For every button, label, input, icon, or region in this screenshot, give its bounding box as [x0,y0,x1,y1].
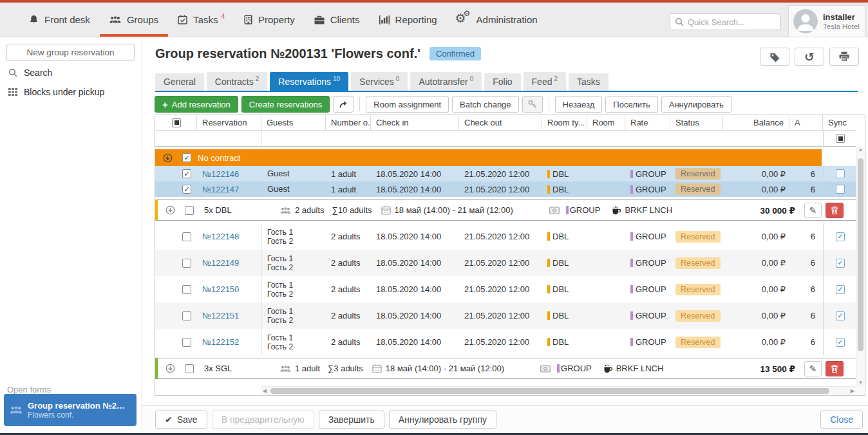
row-select-checkbox[interactable] [182,259,191,268]
column-header-checkout[interactable]: Check out [459,115,542,130]
reservation-row[interactable]: №122149 Гость 1Гость 2 2 adults 18.05.20… [155,250,856,276]
contract-checkbox[interactable] [182,153,191,162]
collapse-group-icon[interactable] [163,153,173,163]
nav-clients[interactable]: Clients [305,3,370,37]
sync-checkbox[interactable] [836,285,845,294]
finish-button[interactable]: Завершить [319,411,384,429]
column-header-num[interactable]: Number o... [326,115,371,130]
scroll-down-arrow[interactable]: ▼ [858,380,863,385]
reservation-row[interactable]: №122148 Гость 1Гость 2 2 adults 18.05.20… [155,223,856,250]
column-header-balance[interactable]: Balance [723,115,789,130]
reservation-row[interactable]: №122146 Guest 1 adult 18.05.2020 14:00 2… [155,166,856,181]
reservation-link[interactable]: №122149 [202,258,239,268]
room-block-row[interactable]: 5x DBL 2 adults ∑10 adults 18 май (14:00… [155,199,856,221]
key-button[interactable] [522,96,543,113]
quick-search-input[interactable] [688,17,775,27]
reservation-link[interactable]: №122146 [202,169,239,179]
tag-button[interactable] [760,48,789,66]
vertical-scrollbar[interactable]: ▲ ▼ [856,147,865,386]
collapse-group-icon[interactable] [165,364,175,373]
tab-services[interactable]: Services0 [351,72,408,91]
scroll-right-arrow[interactable]: ▶ [851,389,854,394]
contract-group-row[interactable]: No contract [155,149,856,166]
horizontal-scrollbar[interactable]: ◀ ▶ [261,386,856,395]
delete-block-button[interactable] [826,361,844,376]
column-header-sel[interactable] [155,115,197,130]
tab-autotransfer[interactable]: Autotransfer0 [410,72,482,91]
row-select-checkbox[interactable] [182,311,191,320]
sync-checkbox[interactable] [836,311,845,320]
nav-property[interactable]: Property [234,3,305,37]
column-header-guests[interactable]: Guests [261,115,326,130]
add-reservation-button[interactable]: +Add reservation [155,96,238,113]
column-header-roomtype[interactable]: Room ty... [542,115,587,130]
tab-feed[interactable]: Feed2 [524,72,566,91]
tab-folio[interactable]: Folio [484,73,520,91]
edit-block-button[interactable]: ✎ [804,203,822,218]
block-checkbox[interactable] [185,364,194,373]
open-form-group-reservation[interactable]: Group reservation №2… Flowers conf. [4,394,137,426]
horizontal-scroll-thumb[interactable] [270,388,829,394]
vertical-scroll-thumb[interactable] [858,158,863,351]
history-button[interactable]: ↺ [795,48,824,66]
reservation-link[interactable]: №122152 [202,337,239,347]
nav-reporting[interactable]: Reporting [370,3,447,37]
room-assignment-button[interactable]: Room assignment [366,96,449,113]
row-select-checkbox[interactable] [182,285,191,294]
row-select-checkbox[interactable] [182,232,191,241]
check-in-button[interactable]: Поселить [605,96,657,113]
reservation-link[interactable]: №122150 [202,284,239,294]
row-select-checkbox[interactable] [182,185,191,194]
forward-button[interactable] [333,96,354,113]
nav-tasks[interactable]: Tasks4 [168,3,234,37]
print-button[interactable] [829,48,859,66]
scroll-up-arrow[interactable]: ▲ [858,147,863,153]
column-header-checkin[interactable]: Check in [371,115,459,130]
sidebar-item-blocks-under-pickup[interactable]: Blocks under pickup [8,87,104,97]
column-header-status[interactable]: Status [670,115,723,130]
nav-administration[interactable]: ⚙⚙ Administration [447,3,547,37]
column-header-rate[interactable]: Rate [625,115,670,130]
column-header-room[interactable]: Room [587,115,625,130]
room-block-row[interactable]: 3x SGL 1 adult ∑3 adults 18 май (14:00) … [155,358,856,379]
batch-change-button[interactable]: Batch change [452,96,519,113]
no-show-button[interactable]: Незаезд [555,96,603,113]
edit-block-button[interactable]: ✎ [804,361,822,376]
reservation-row[interactable]: №122151 Гость 1Гость 2 2 adults 18.05.20… [155,302,856,329]
to-draft-button[interactable]: В предварительную [212,411,314,429]
sync-checkbox[interactable] [836,185,845,194]
annul-group-button[interactable]: Аннулировать группу [389,411,496,429]
reservation-row[interactable]: №122147 Guest 1 adult 18.05.2020 14:00 2… [155,181,856,197]
sync-checkbox[interactable] [836,169,845,178]
block-checkbox[interactable] [185,206,194,215]
scroll-left-arrow[interactable]: ◀ [263,389,267,394]
tab-tasks[interactable]: Tasks [569,73,609,91]
tab-general[interactable]: General [155,73,204,91]
sidebar-item-search[interactable]: Search [8,68,52,78]
tab-contracts[interactable]: Contracts2 [207,72,267,91]
column-header-sync[interactable]: Sync [823,115,857,130]
collapse-group-icon[interactable] [165,205,175,215]
nav-groups[interactable]: Groups [100,3,168,37]
row-select-checkbox[interactable] [182,169,191,178]
sync-checkbox[interactable] [836,259,845,268]
sync-checkbox[interactable] [836,232,845,241]
reservation-link[interactable]: №122151 [202,311,239,320]
create-reservations-button[interactable]: Create reservations [241,96,330,113]
new-group-reservation-button[interactable]: New group reservation [6,44,135,61]
sync-filter-checkbox[interactable] [836,134,845,143]
close-button[interactable]: Close [820,411,863,429]
column-header-a[interactable]: A [789,115,823,130]
annul-button[interactable]: Аннулировать [661,96,731,113]
nav-front-desk[interactable]: Front desk [19,3,100,37]
tab-reservations[interactable]: Reservations10 [270,72,348,91]
reservation-row[interactable]: №122150 Гость 1Гость 2 2 adults 18.05.20… [155,276,856,302]
select-all-checkbox[interactable] [172,118,181,127]
sync-checkbox[interactable] [836,338,845,347]
reservation-row[interactable]: №122152 Гость 1Гость 2 2 adults 18.05.20… [155,329,856,355]
reservation-link[interactable]: №122147 [202,185,239,194]
reservation-link[interactable]: №122148 [202,232,239,241]
column-header-reservation[interactable]: Reservation [197,115,261,130]
row-select-checkbox[interactable] [182,338,191,347]
save-button[interactable]: ✔Save [155,411,207,429]
